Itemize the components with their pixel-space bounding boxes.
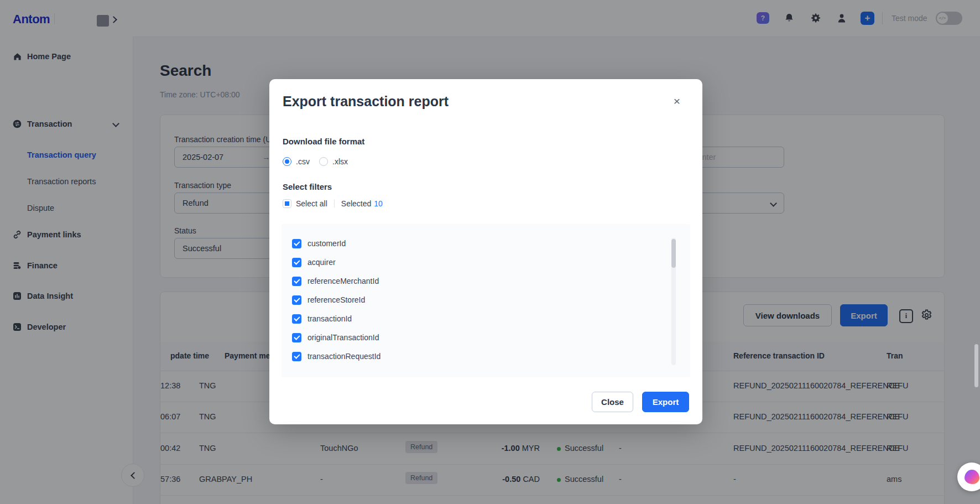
field-list: customerId acquirer referenceMerchantId … <box>282 224 690 377</box>
close-icon[interactable]: × <box>670 95 684 108</box>
radio-csv[interactable] <box>283 157 291 166</box>
checkbox-checked[interactable] <box>292 277 301 286</box>
field-item-transactionid[interactable]: transactionId <box>292 309 352 328</box>
list-scrollbar-thumb[interactable] <box>671 239 676 268</box>
dialog-export-button[interactable]: Export <box>642 392 689 412</box>
export-transaction-report-dialog: Export transaction report × Download fil… <box>269 79 702 424</box>
select-all-row: Select all Selected 10 <box>283 199 383 209</box>
radio-xlsx[interactable] <box>319 157 328 166</box>
checkbox-checked[interactable] <box>292 314 301 324</box>
field-item-originaltransactionid[interactable]: originalTransactionId <box>292 328 379 347</box>
close-button[interactable]: Close <box>592 392 633 412</box>
checkbox-checked[interactable] <box>292 239 301 248</box>
checkbox-checked[interactable] <box>292 295 301 305</box>
dialog-title: Export transaction report <box>283 93 449 110</box>
radio-xlsx-label[interactable]: .xlsx <box>332 157 348 166</box>
radio-csv-label[interactable]: .csv <box>296 157 310 166</box>
field-item-referencestoreid[interactable]: referenceStoreId <box>292 290 365 309</box>
app-window: Antom ? + Test mode </> Home Page <box>0 0 980 504</box>
checkbox-checked[interactable] <box>292 352 301 361</box>
field-item-transactionrequestid[interactable]: transactionRequestId <box>292 347 380 366</box>
checkbox-checked[interactable] <box>292 333 301 342</box>
checkbox-checked[interactable] <box>292 258 301 267</box>
filters-section-label: Select filters <box>283 182 332 191</box>
divider <box>334 200 335 207</box>
field-item-customerid[interactable]: customerId <box>292 234 346 253</box>
format-section-label: Download file format <box>283 137 364 146</box>
selected-count[interactable]: 10 <box>374 199 383 208</box>
field-item-referencemerchantid[interactable]: referenceMerchantId <box>292 272 379 290</box>
page-scrollbar-thumb[interactable] <box>974 344 978 387</box>
field-item-acquirer[interactable]: acquirer <box>292 253 336 272</box>
select-all-label[interactable]: Select all <box>296 199 327 208</box>
assistant-icon <box>965 470 979 484</box>
selected-label: Selected <box>341 199 371 208</box>
select-all-checkbox[interactable] <box>283 199 291 208</box>
